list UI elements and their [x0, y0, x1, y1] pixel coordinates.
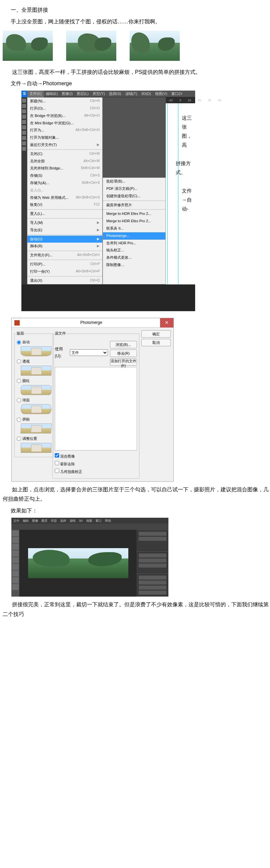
menu-item[interactable]: 存储为 Web 所用格式...Alt+Shift+Ctrl+S: [27, 194, 102, 202]
menu-item[interactable]: 关闭全部Alt+Ctrl+W: [27, 158, 102, 165]
menu-file[interactable]: 文件(E): [27, 91, 44, 97]
submenu-item[interactable]: 裁剪并修齐照片: [103, 202, 166, 209]
menu-item[interactable]: 文件简介(F)...Alt+Shift+Ctrl+I: [27, 252, 102, 259]
source-thumbnails: [1, 29, 269, 65]
paragraph-6: 拼接很完美，正常到这里，裁切一下就结束了。但是浪费了不少有效像素，这是比较可惜的…: [3, 600, 269, 619]
layout-reposition[interactable]: 调整位置: [17, 435, 52, 442]
layout-collage[interactable]: 拼贴: [17, 416, 52, 423]
thumb-1: [3, 31, 53, 61]
submenu-item[interactable]: 联系表 II...: [103, 225, 166, 232]
menu-type[interactable]: 类型(Y): [91, 91, 107, 97]
cancel-button[interactable]: 取消: [141, 339, 171, 346]
canvas-text-3: 文件→自动-: [182, 186, 192, 213]
menu-edit[interactable]: 编辑(E): [44, 91, 60, 97]
result-menubar: 文件编辑图像图层类型选择滤镜3D视图窗口帮助: [11, 518, 169, 524]
menu-item[interactable]: 打开(O)...Ctrl+O: [27, 105, 102, 112]
menu-item[interactable]: 自动(U)▶: [27, 236, 102, 243]
menu-item[interactable]: 新建(N)...Ctrl+N: [27, 98, 102, 105]
layout-fieldset: 版面 自动 透视 圆柱 球面 拼贴 调整位置: [14, 330, 54, 457]
source-fieldset: 源文件 使用(U): 文件 浏览(B)... 移去(R) 添加打开的文件(F): [53, 330, 139, 478]
dialog-titlebar: Photomerge ✕: [12, 318, 174, 328]
figure-ps-result: 文件编辑图像图层类型选择滤镜3D视图窗口帮助: [11, 518, 169, 597]
dialog-icon: [14, 320, 20, 326]
menu-layer[interactable]: 图层(L): [75, 91, 91, 97]
source-legend: 源文件: [55, 330, 66, 337]
submenu-item[interactable]: Merge to HDR Efex Pro 2...: [103, 210, 166, 218]
submenu-item[interactable]: Merge to HDR Efex Pro 2...: [103, 218, 166, 225]
auto-submenu[interactable]: 批处理(B)...PDF 演示文稿(P)...创建快捷批处理(C)...裁剪并修…: [102, 178, 166, 284]
menu-item[interactable]: 关闭并转到 Bridge...Shift+Ctrl+W: [27, 165, 102, 172]
menu-item[interactable]: 在 Bridge 中浏览(B)...Alt+Ctrl+O: [27, 112, 102, 120]
check-geo[interactable]: 几何扭曲校正: [55, 469, 137, 475]
submenu-item[interactable]: 限制图像...: [103, 261, 166, 269]
menu-item[interactable]: 脚本(R)▶: [27, 243, 102, 250]
menu-item[interactable]: 导入(M)▶: [27, 219, 102, 227]
ruler: -10010203040: [166, 97, 195, 103]
thumb-3: [130, 31, 180, 61]
menu-item[interactable]: 在 Mini Bridge 中浏览(G)...: [27, 120, 102, 127]
menu-item[interactable]: 打印一份(Y)Alt+Shift+Ctrl+P: [27, 268, 102, 275]
layout-perspective[interactable]: 透视: [17, 358, 52, 365]
submenu-item[interactable]: 镜头校正...: [103, 247, 166, 254]
ps-document-canvas: -10010203040 这三张图，高 拼接方式。 文件→自动-: [166, 97, 195, 284]
layout-legend: 版面: [17, 330, 24, 337]
thumb-2: [66, 31, 116, 61]
layout-spherical[interactable]: 球面: [17, 397, 52, 404]
menu-item[interactable]: 导出(E)▶: [27, 227, 102, 234]
submenu-item[interactable]: 合并到 HDR Pro...: [103, 240, 166, 247]
canvas-text-1: 这三张图，高: [182, 113, 192, 149]
menu-3d[interactable]: 3D(D): [139, 91, 153, 97]
figure-ps-menu: S 文件(E) 编辑(E) 图像(I) 图层(L) 类型(Y) 选择(S) 滤镜…: [21, 91, 195, 311]
menu-item[interactable]: 最近打开文件(T)▶: [27, 142, 102, 149]
submenu-item[interactable]: 创建快捷批处理(C)...: [103, 192, 166, 200]
menu-window[interactable]: 窗口(V: [170, 91, 184, 97]
use-select[interactable]: 文件: [70, 349, 108, 356]
use-label: 使用(U):: [55, 346, 68, 360]
menu-item[interactable]: 恢复(V)F12: [27, 201, 102, 209]
menu-view[interactable]: 视图(V): [153, 91, 170, 97]
result-canvas: [19, 530, 137, 597]
submenu-item[interactable]: 批处理(B)...: [103, 178, 166, 185]
paragraph-5: 效果如下：: [11, 506, 269, 516]
menu-filter[interactable]: 滤镜(T): [123, 91, 139, 97]
check-vignette[interactable]: 晕影去除: [55, 461, 137, 468]
file-menu-dropdown[interactable]: 新建(N)...Ctrl+N打开(O)...Ctrl+O在 Bridge 中浏览…: [27, 97, 102, 284]
menu-item[interactable]: 关闭(C)Ctrl+W: [27, 150, 102, 158]
submenu-item[interactable]: Photomerge...: [103, 232, 166, 240]
paragraph-2: 这三张图，高度不一样，手工拼接的话会比较麻烦，PS提供的简单的拼接方式。: [3, 67, 269, 77]
browse-button[interactable]: 浏览(B)...: [110, 341, 137, 348]
menu-item[interactable]: 退出(X)Ctrl+Q: [27, 277, 102, 284]
ps-menubar: S 文件(E) 编辑(E) 图像(I) 图层(L) 类型(Y) 选择(S) 滤镜…: [21, 91, 195, 97]
paragraph-1: 手上没全景图，网上随便找了个图，侵权的话……你来打我啊。: [11, 17, 269, 27]
add-open-button[interactable]: 添加打开的文件(F): [110, 358, 137, 366]
ps-logo: S: [21, 91, 27, 97]
check-blend[interactable]: 混合图像: [55, 453, 137, 460]
result-options-bar: [11, 524, 169, 530]
section-title: 一、全景图拼接: [11, 5, 269, 15]
layout-cylindrical[interactable]: 圆柱: [17, 378, 52, 384]
result-toolbar[interactable]: [11, 530, 19, 597]
close-button[interactable]: ✕: [160, 318, 174, 328]
remove-button[interactable]: 移去(R): [110, 350, 137, 357]
ok-button[interactable]: 确定: [141, 330, 171, 338]
menu-item[interactable]: 存储(S)Ctrl+S: [27, 172, 102, 180]
menu-image[interactable]: 图像(I): [60, 91, 74, 97]
result-panels[interactable]: [137, 530, 169, 597]
paragraph-4: 如上图，点击浏览，选择要合并的三张图片至于三个勾选，可以自己试一下，摄影照片，建…: [3, 485, 269, 504]
menu-item[interactable]: 打开为智能对象...: [27, 134, 102, 142]
paragraph-3: 文件→自动→Photomerge: [11, 79, 269, 89]
layout-auto[interactable]: 自动: [17, 339, 52, 346]
dialog-title: Photomerge: [22, 319, 160, 327]
file-list[interactable]: [55, 367, 137, 451]
menu-select[interactable]: 选择(S): [107, 91, 123, 97]
menu-item[interactable]: 签入(I)...: [27, 187, 102, 194]
menu-item[interactable]: 置入(L)...: [27, 210, 102, 218]
panorama-result: [28, 548, 128, 578]
submenu-item[interactable]: PDF 演示文稿(P)...: [103, 185, 166, 192]
ps-lower-area: [21, 284, 195, 311]
menu-item[interactable]: 存储为(A)...Shift+Ctrl+S: [27, 180, 102, 187]
ps-tool-strip: [21, 97, 27, 284]
menu-item[interactable]: 打印(P)...Ctrl+P: [27, 261, 102, 268]
submenu-item[interactable]: 条件模式更改...: [103, 254, 166, 261]
menu-item[interactable]: 打开为...Alt+Shift+Ctrl+O: [27, 127, 102, 134]
